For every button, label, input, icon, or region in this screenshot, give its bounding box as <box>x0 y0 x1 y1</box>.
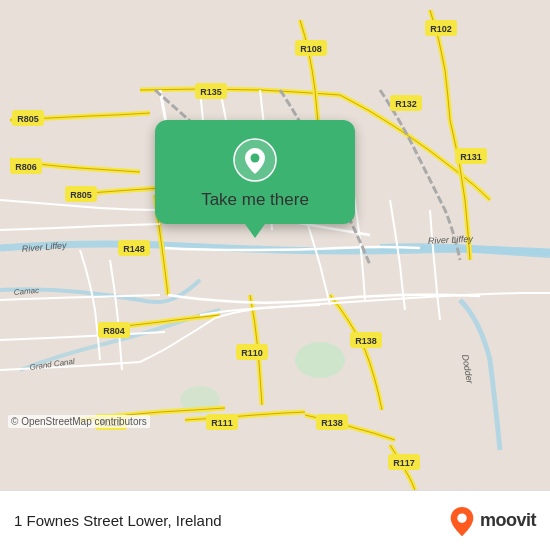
svg-text:R805: R805 <box>17 114 39 124</box>
moovit-pin-icon <box>448 505 476 537</box>
copyright-text: © OpenStreetMap contributors <box>8 415 150 428</box>
svg-point-42 <box>251 154 260 163</box>
navigate-tooltip[interactable]: Take me there <box>155 120 355 224</box>
svg-text:R806: R806 <box>15 162 37 172</box>
svg-text:R804: R804 <box>103 326 125 336</box>
take-me-there-label: Take me there <box>201 190 309 210</box>
moovit-logo: moovit <box>448 505 536 537</box>
address-label: 1 Fownes Street Lower, Ireland <box>14 512 222 529</box>
moovit-brand-label: moovit <box>480 510 536 531</box>
location-pin-icon <box>233 138 277 182</box>
svg-text:R138: R138 <box>321 418 343 428</box>
svg-text:R108: R108 <box>300 44 322 54</box>
svg-text:R132: R132 <box>395 99 417 109</box>
svg-text:R148: R148 <box>123 244 145 254</box>
svg-text:R135: R135 <box>200 87 222 97</box>
svg-point-43 <box>457 513 466 522</box>
svg-text:R111: R111 <box>211 418 233 428</box>
bottom-bar: 1 Fownes Street Lower, Ireland moovit <box>0 490 550 550</box>
svg-text:R805: R805 <box>70 190 92 200</box>
svg-text:R102: R102 <box>430 24 452 34</box>
svg-text:R131: R131 <box>460 152 482 162</box>
svg-text:R110: R110 <box>241 348 263 358</box>
map-container: R805 R135 R108 R102 R806 R132 R131 R805 … <box>0 0 550 490</box>
svg-point-1 <box>295 342 345 378</box>
svg-text:R138: R138 <box>355 336 377 346</box>
svg-text:R117: R117 <box>393 458 415 468</box>
